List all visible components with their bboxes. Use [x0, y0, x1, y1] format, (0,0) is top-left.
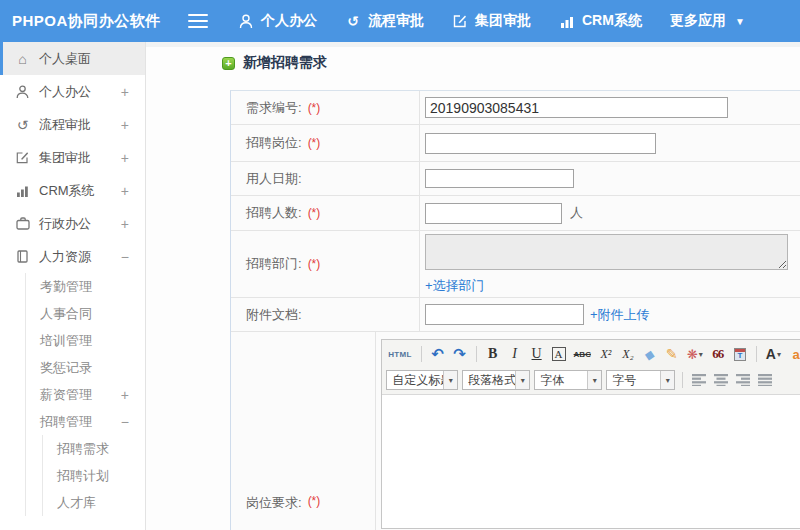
topnav-group-approval[interactable]: 集团审批: [452, 12, 531, 30]
blockquote-button[interactable]: 66: [709, 344, 727, 364]
topnav-label: 集团审批: [475, 12, 531, 30]
history-icon: ↺: [345, 13, 361, 29]
topnav-crm-system[interactable]: CRM系统: [559, 12, 642, 30]
form-row-attachment: 附件文档: +附件上传: [231, 298, 800, 332]
department-textarea[interactable]: [425, 234, 788, 270]
sidebar-item-rewards[interactable]: 奖惩记录: [26, 354, 145, 381]
bold-button[interactable]: B: [484, 344, 502, 364]
toolbar-separator: [476, 346, 477, 362]
html-source-button[interactable]: HTML: [386, 344, 413, 364]
required-mark: (*): [308, 494, 321, 508]
expand-plus-icon[interactable]: +: [121, 117, 129, 133]
recruitment-submenu: 招聘需求 招聘计划 人才库: [42, 435, 145, 516]
sidebar-item-crm-system[interactable]: CRM系统 +: [0, 174, 145, 207]
sidebar-item-workflow-approval[interactable]: ↺ 流程审批 +: [0, 108, 145, 141]
sidebar-subitem-label: 人才库: [57, 494, 96, 512]
topnav-label: CRM系统: [582, 12, 642, 30]
person-icon: [14, 84, 31, 100]
align-right-icon[interactable]: [734, 370, 752, 390]
topnav-personal-office[interactable]: 个人办公: [238, 12, 317, 30]
strikethrough-button[interactable]: ABC: [572, 344, 593, 364]
sidebar-item-recruitment[interactable]: 招聘管理 −: [26, 408, 145, 435]
sidebar-item-administration[interactable]: 行政办公 +: [0, 207, 145, 240]
edit-square-icon: [14, 150, 31, 166]
sidebar-subitem-label: 招聘计划: [57, 467, 109, 485]
sidebar-item-group-approval[interactable]: 集团审批 +: [0, 141, 145, 174]
italic-button[interactable]: I: [506, 344, 524, 364]
sidebar-item-attendance[interactable]: 考勤管理: [26, 273, 145, 300]
caret-down-icon: ▾: [443, 371, 457, 389]
add-plus-icon: +: [222, 57, 235, 70]
editor-content-area[interactable]: [382, 395, 800, 528]
undo-icon[interactable]: ↶: [429, 344, 447, 364]
font-color-button[interactable]: A ▾: [764, 344, 783, 364]
expand-plus-icon[interactable]: +: [121, 150, 129, 166]
edit-square-icon: [452, 13, 468, 29]
form-row-job-requirements: 岗位要求: (*) HTML ↶ ↷ B I U: [231, 332, 800, 530]
topnav-more-apps[interactable]: 更多应用 ▼: [670, 12, 745, 30]
page-title: + 新增招聘需求: [222, 54, 327, 72]
hire-date-input[interactable]: [425, 169, 574, 188]
sidebar-item-personal-office[interactable]: 个人办公 +: [0, 75, 145, 108]
custom-heading-select[interactable]: 自定义标题 ▾: [386, 370, 458, 390]
expand-plus-icon[interactable]: +: [121, 183, 129, 199]
sidebar-item-hr-contract[interactable]: 人事合同: [26, 300, 145, 327]
sidebar-item-personal-desktop[interactable]: ⌂ 个人桌面: [0, 42, 145, 75]
font-family-select[interactable]: 字体 ▾: [534, 370, 602, 390]
sidebar-item-recruit-demand[interactable]: 招聘需求: [43, 435, 145, 462]
align-justify-icon[interactable]: [756, 370, 774, 390]
sidebar-item-label: 个人办公: [39, 83, 91, 101]
expand-plus-icon[interactable]: +: [121, 84, 129, 100]
sidebar-subitem-label: 招聘管理: [40, 413, 92, 431]
caret-down-icon: ▾: [777, 350, 781, 359]
required-mark: (*): [308, 206, 321, 220]
select-department-link[interactable]: +选择部门: [425, 277, 485, 295]
sidebar-item-human-resources[interactable]: 人力资源 −: [0, 240, 145, 273]
sidebar-item-label: 人力资源: [39, 248, 91, 266]
eraser-icon[interactable]: ◆: [639, 343, 660, 366]
collapse-minus-icon[interactable]: −: [121, 249, 129, 265]
format-brush-icon[interactable]: ✎: [663, 344, 681, 364]
editor-toolbar-row-1: HTML ↶ ↷ B I U A ABC X² X₂ ◆: [386, 341, 800, 367]
caret-down-icon: ▾: [515, 371, 529, 389]
expand-plus-icon[interactable]: +: [121, 387, 129, 403]
sidebar-item-talent-pool[interactable]: 人才库: [43, 489, 145, 516]
history-icon: ↺: [14, 117, 31, 133]
align-center-icon[interactable]: [712, 370, 730, 390]
subscript-button[interactable]: X₂: [619, 344, 637, 364]
caret-down-icon: ▼: [735, 16, 745, 27]
highlight-color-button[interactable]: a: [787, 344, 800, 364]
recruit-demand-form: 需求编号: (*) 招聘岗位: (*) 用人日期:: [230, 90, 800, 530]
font-size-select[interactable]: 字号 ▾: [606, 370, 675, 390]
menu-toggle-icon[interactable]: [188, 14, 208, 28]
sidebar-subitem-label: 考勤管理: [40, 278, 92, 296]
required-mark: (*): [308, 257, 321, 271]
hr-submenu: 考勤管理 人事合同 培训管理 奖惩记录 薪资管理 + 招聘管理 − 招聘需求 招…: [25, 273, 145, 516]
sidebar-subitem-label: 培训管理: [40, 332, 92, 350]
sidebar-item-salary[interactable]: 薪资管理 +: [26, 381, 145, 408]
superscript-button[interactable]: X²: [597, 344, 615, 364]
collapse-minus-icon[interactable]: −: [121, 414, 129, 430]
sidebar-subitem-label: 人事合同: [40, 305, 92, 323]
sidebar-subitem-label: 招聘需求: [57, 440, 109, 458]
field-label: 需求编号: (*): [231, 91, 420, 124]
demand-number-input[interactable]: [425, 97, 728, 118]
topnav-workflow-approval[interactable]: ↺ 流程审批: [345, 12, 424, 30]
char-border-button[interactable]: A: [552, 347, 566, 361]
expand-plus-icon[interactable]: +: [121, 216, 129, 232]
attachment-upload-link[interactable]: +附件上传: [590, 306, 650, 324]
sidebar-item-training[interactable]: 培训管理: [26, 327, 145, 354]
headcount-input[interactable]: [425, 203, 562, 224]
paragraph-format-select[interactable]: 段落格式 ▾: [462, 370, 530, 390]
redo-icon[interactable]: ↷: [451, 344, 469, 364]
color-palette-button[interactable]: ❋ ▾: [685, 344, 705, 364]
paste-button[interactable]: T: [731, 344, 749, 364]
field-label: 用人日期:: [231, 162, 420, 195]
attachment-input[interactable]: [425, 304, 584, 325]
position-input[interactable]: [425, 133, 656, 154]
sidebar-item-label: 个人桌面: [39, 50, 91, 68]
sidebar-item-recruit-plan[interactable]: 招聘计划: [43, 462, 145, 489]
underline-button[interactable]: U: [528, 344, 546, 364]
align-left-icon[interactable]: [690, 370, 708, 390]
editor-toolbar: HTML ↶ ↷ B I U A ABC X² X₂ ◆: [382, 340, 800, 395]
